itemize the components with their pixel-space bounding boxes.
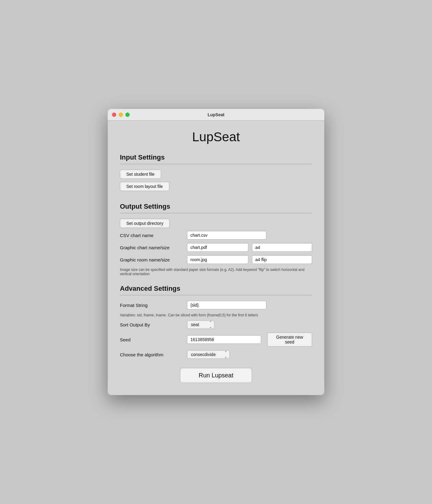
input-buttons: Set student file Set room layout file [120,170,312,194]
advanced-settings-title: Advanced Settings [120,285,312,293]
input-settings-title: Input Settings [120,153,312,161]
traffic-lights [112,113,130,117]
image-size-hint: Image size can be specified with standar… [120,268,312,276]
format-string-hint: Variables: sid, fname, lname. Can be sli… [120,313,312,317]
generate-seed-button[interactable]: Generate new seed [267,333,312,347]
csv-chart-name-input[interactable] [187,231,266,239]
seed-row: Seed Generate new seed [120,333,312,347]
output-settings-divider [120,213,312,213]
sort-output-row: Sort Output By seat sid fname lname ⌃⌄ [120,320,312,329]
graphic-room-name-label: Graphic room name/size [120,257,187,262]
output-settings-title: Output Settings [120,203,312,211]
choose-algorithm-select[interactable]: consecdivide random snake [187,350,230,359]
choose-algorithm-label: Choose the algorithm [120,352,187,357]
sort-output-by-label: Sort Output By [120,322,187,327]
graphic-chart-size-input[interactable] [252,243,312,252]
advanced-settings-divider [120,295,312,295]
graphic-room-row: Graphic room name/size [120,255,312,264]
window-title: LupSeat [207,112,224,117]
run-section: Run Lupseat [120,368,312,383]
algorithm-select-wrapper: consecdivide random snake ⌃⌄ [187,350,230,359]
sort-output-by-select[interactable]: seat sid fname lname [187,320,214,329]
input-settings-section: Input Settings Set student file Set room… [120,153,312,194]
algorithm-row: Choose the algorithm consecdivide random… [120,350,312,359]
close-button[interactable] [112,113,116,117]
minimize-button[interactable] [119,113,123,117]
main-content: LupSeat Input Settings Set student file … [108,121,324,395]
graphic-chart-name-input[interactable] [187,243,248,252]
set-output-directory-button[interactable]: Set output directory [120,219,170,228]
seed-label: Seed [120,337,187,342]
format-string-input[interactable] [187,301,266,309]
graphic-chart-name-label: Graphic chart name/size [120,245,187,250]
titlebar: LupSeat [108,109,324,121]
graphic-room-size-input[interactable] [252,255,312,264]
advanced-settings-section: Advanced Settings Format String Variable… [120,285,312,359]
maximize-button[interactable] [125,113,130,117]
set-student-file-button[interactable]: Set student file [120,170,161,179]
csv-chart-row: CSV chart name [120,231,312,239]
input-settings-divider [120,164,312,164]
format-string-label: Format String [120,303,187,308]
format-string-row: Format String [120,301,312,309]
output-settings-section: Output Settings Set output directory CSV… [120,203,312,276]
graphic-chart-row: Graphic chart name/size [120,243,312,252]
app-title: LupSeat [120,130,312,144]
main-window: LupSeat LupSeat Input Settings Set stude… [108,109,324,395]
graphic-room-name-input[interactable] [187,255,248,264]
csv-chart-name-label: CSV chart name [120,233,187,238]
run-lupseat-button[interactable]: Run Lupseat [180,368,252,383]
seed-input[interactable] [187,335,261,344]
sort-output-select-wrapper: seat sid fname lname ⌃⌄ [187,320,214,329]
set-room-layout-file-button[interactable]: Set room layout file [120,182,169,191]
